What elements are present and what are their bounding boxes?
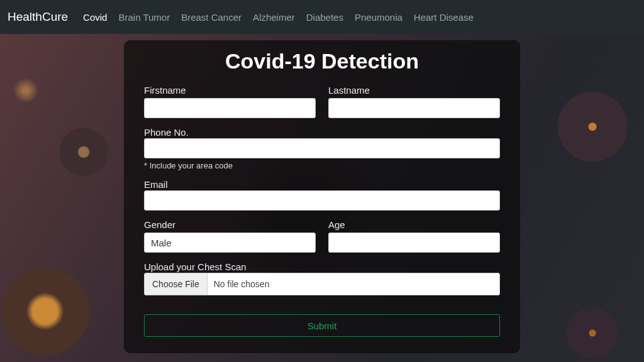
brand[interactable]: HealthCure [8, 10, 68, 24]
page-title: Covid-19 Detection [144, 49, 500, 74]
label-phone: Phone No. [144, 127, 189, 138]
navbar: HealthCure Covid Brain Tumor Breast Canc… [0, 0, 644, 34]
label-firstname: Firstname [144, 85, 316, 96]
label-upload: Upload your Chest Scan [144, 261, 247, 272]
firstname-input[interactable] [144, 98, 316, 118]
nav-link-breast-cancer[interactable]: Breast Cancer [181, 12, 242, 23]
submit-button[interactable]: Submit [144, 314, 500, 337]
file-status: No file chosen [208, 279, 270, 289]
nav-link-brain-tumor[interactable]: Brain Tumor [118, 12, 170, 23]
gender-value: Male [151, 238, 172, 248]
label-age: Age [328, 219, 500, 230]
phone-hint: * Include your area code [144, 161, 500, 170]
nav-link-heart-disease[interactable]: Heart Disease [414, 12, 474, 23]
label-gender: Gender [144, 219, 316, 230]
choose-file-button[interactable]: Choose File [145, 273, 208, 295]
age-input[interactable] [328, 233, 500, 253]
nav-link-diabetes[interactable]: Diabetes [306, 12, 343, 23]
lastname-input[interactable] [328, 98, 500, 118]
nav-link-covid[interactable]: Covid [83, 12, 107, 23]
label-lastname: Lastname [328, 85, 500, 96]
gender-select[interactable]: Male [144, 233, 316, 253]
label-email: Email [144, 179, 168, 190]
email-input[interactable] [144, 190, 500, 211]
form-card: Covid-19 Detection Firstname Lastname Ph… [124, 40, 520, 353]
phone-input[interactable] [144, 138, 500, 158]
file-input[interactable]: Choose File No file chosen [144, 273, 500, 295]
nav-link-pneumonia[interactable]: Pneumonia [355, 12, 402, 23]
nav-link-alzheimer[interactable]: Alzheimer [253, 12, 295, 23]
